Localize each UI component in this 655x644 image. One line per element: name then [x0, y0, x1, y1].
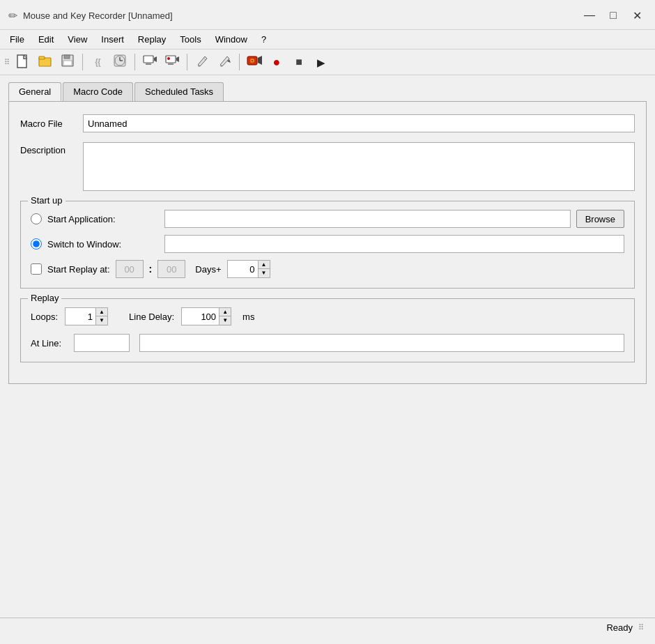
macro-file-input[interactable]	[83, 114, 635, 132]
maximize-button[interactable]: □	[603, 6, 623, 25]
record-screen-button[interactable]	[139, 52, 160, 72]
tab-general[interactable]: General	[8, 82, 61, 101]
switch-window-row: Switch to Window:	[31, 235, 624, 253]
switch-window-radio[interactable]	[31, 238, 42, 250]
move-button[interactable]	[214, 52, 235, 72]
svg-marker-13	[154, 56, 157, 62]
start-replay-checkbox[interactable]	[31, 263, 42, 275]
start-app-row: Start Application: Browse	[31, 210, 624, 228]
svg-rect-5	[64, 55, 70, 59]
svg-marker-20	[258, 56, 262, 65]
days-up-button[interactable]: ▲	[259, 261, 270, 269]
svg-rect-11	[144, 56, 153, 63]
svg-point-22	[252, 60, 254, 62]
line-delay-up-button[interactable]: ▲	[219, 308, 231, 316]
pen-button[interactable]	[192, 52, 213, 72]
description-label: Description	[20, 145, 83, 155]
replay-group: Replay Loops: ▲ ▼ Line Delay: ▲ ▼	[20, 298, 635, 362]
pen-icon	[196, 54, 208, 70]
minimize-button[interactable]: —	[580, 6, 599, 25]
line-delay-spinner: ▲ ▼	[181, 307, 231, 325]
camera-button[interactable]	[244, 52, 265, 72]
switch-window-input[interactable]	[164, 235, 624, 253]
title-bar: ✏ Mouse and Key Recorder [Unnamed] — □ ✕	[0, 0, 655, 30]
menu-bar: File Edit View Insert Replay Tools Windo…	[0, 30, 655, 49]
menu-window[interactable]: Window	[208, 31, 254, 47]
at-line-input2[interactable]	[139, 334, 624, 352]
replay-group-label: Replay	[28, 293, 61, 303]
open-icon	[38, 54, 52, 70]
separator-4	[239, 54, 240, 70]
start-replay-label: Start Replay at:	[47, 264, 110, 275]
status-bar: Ready ⠿	[0, 618, 655, 637]
time-hour-input[interactable]	[116, 260, 144, 278]
line-delay-input[interactable]	[181, 307, 219, 325]
menu-replay[interactable]: Replay	[131, 31, 173, 47]
line-delay-label: Line Delay:	[129, 312, 174, 322]
svg-rect-3	[39, 56, 45, 59]
svg-rect-12	[146, 63, 151, 65]
switch-window-label: Switch to Window:	[47, 239, 159, 250]
menu-view[interactable]: View	[61, 31, 94, 47]
time-min-input[interactable]	[157, 260, 185, 278]
loops-spinner: ▲ ▼	[65, 307, 108, 325]
menu-file[interactable]: File	[3, 31, 31, 47]
separator-2	[134, 54, 135, 70]
loops-down-button[interactable]: ▼	[96, 316, 107, 325]
status-grip-icon: ⠿	[638, 623, 644, 632]
description-input[interactable]	[83, 142, 635, 191]
toolbar: ⠿ {{	[0, 49, 655, 75]
move-icon	[218, 54, 231, 70]
rec-button[interactable]: ●	[266, 52, 287, 72]
macro-file-label: Macro File	[20, 118, 83, 129]
menu-insert[interactable]: Insert	[94, 31, 131, 47]
days-input[interactable]	[227, 260, 258, 278]
svg-point-17	[167, 57, 170, 60]
macro-file-row: Macro File	[20, 114, 635, 132]
rec-icon: ●	[273, 56, 281, 68]
loops-up-button[interactable]: ▲	[96, 308, 107, 316]
menu-edit[interactable]: Edit	[31, 31, 61, 47]
line-delay-down-button[interactable]: ▼	[219, 316, 231, 325]
undo-button[interactable]: {{	[87, 52, 108, 72]
days-label: Days+	[195, 264, 221, 275]
menu-tools[interactable]: Tools	[173, 31, 208, 47]
browse-button[interactable]: Browse	[576, 210, 624, 228]
timer-button[interactable]	[109, 52, 130, 72]
undo-icon: {{	[95, 57, 100, 67]
stop-icon: ■	[295, 56, 302, 68]
play-icon: ▶	[317, 57, 325, 68]
tab-scheduled-tasks[interactable]: Scheduled Tasks	[134, 82, 224, 101]
close-button[interactable]: ✕	[627, 6, 647, 25]
start-app-label: Start Application:	[47, 214, 159, 224]
stop-button[interactable]: ■	[288, 52, 309, 72]
tab-macro-code[interactable]: Macro Code	[63, 82, 133, 101]
loops-input[interactable]	[65, 307, 95, 325]
start-replay-row: Start Replay at: : Days+ ▲ ▼	[31, 260, 624, 278]
menu-help[interactable]: ?	[254, 31, 273, 47]
save-icon	[61, 54, 74, 70]
separator-1	[82, 54, 83, 70]
start-app-input[interactable]	[164, 210, 571, 228]
start-app-radio[interactable]	[31, 213, 42, 224]
svg-rect-15	[168, 63, 174, 65]
record-screen-icon	[143, 55, 157, 69]
tab-panel-general: Macro File Description Start up Start Ap…	[8, 101, 647, 384]
app-title: Mouse and Key Recorder [Unnamed]	[23, 10, 173, 21]
new-icon	[17, 54, 29, 70]
new-button[interactable]	[13, 52, 33, 72]
loops-row: Loops: ▲ ▼ Line Delay: ▲ ▼ ms	[31, 307, 624, 325]
record-screen2-button[interactable]	[162, 52, 183, 72]
at-line-row: At Line:	[31, 334, 624, 352]
play-button[interactable]: ▶	[311, 52, 332, 72]
toolbar-grip: ⠿	[4, 58, 10, 67]
at-line-input[interactable]	[74, 334, 130, 352]
app-icon: ✏	[8, 9, 17, 22]
open-button[interactable]	[35, 52, 56, 72]
loops-label: Loops:	[31, 312, 58, 322]
save-button[interactable]	[57, 52, 78, 72]
days-spinner: ▲ ▼	[227, 260, 270, 278]
tabs: General Macro Code Scheduled Tasks	[8, 82, 647, 101]
record-screen2-icon	[165, 55, 179, 69]
days-down-button[interactable]: ▼	[259, 269, 270, 277]
